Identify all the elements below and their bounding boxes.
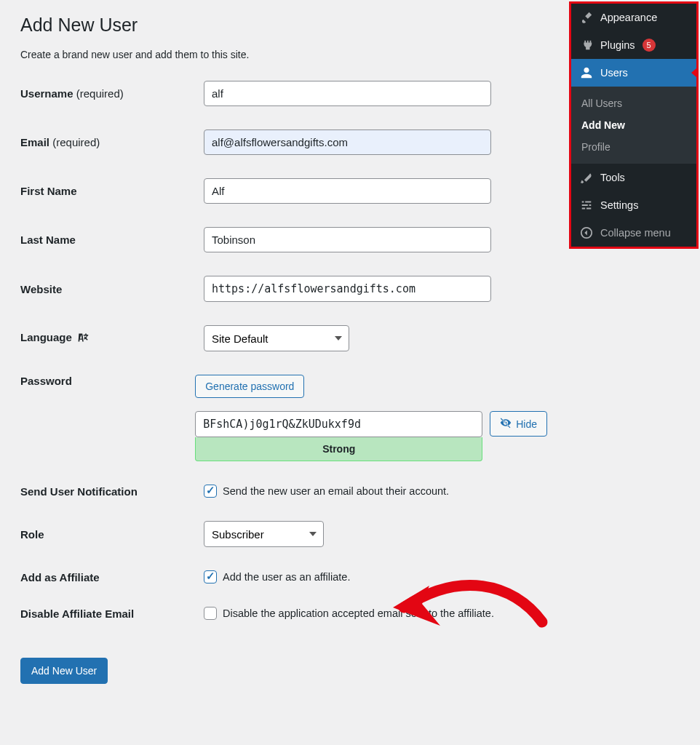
sidebar-item-plugins[interactable]: Plugins 5 — [571, 31, 696, 59]
brush-icon — [580, 11, 593, 24]
username-input[interactable] — [204, 81, 491, 106]
sidebar-item-settings[interactable]: Settings — [571, 191, 696, 219]
last-name-input[interactable] — [204, 227, 491, 252]
email-label: Email (required) — [20, 136, 204, 148]
plugins-badge: 5 — [643, 39, 656, 52]
last-name-label: Last Name — [20, 234, 204, 246]
page-title: Add New User — [20, 15, 547, 36]
affiliate-checkbox[interactable] — [204, 570, 217, 583]
sidebar-item-appearance[interactable]: Appearance — [571, 4, 696, 31]
notification-label: Send User Notification — [20, 485, 204, 498]
eye-slash-icon — [500, 417, 512, 431]
users-submenu: All Users Add New Profile — [571, 87, 696, 164]
sliders-icon — [580, 199, 593, 212]
admin-sidebar: Appearance Plugins 5 Users All Users Add… — [569, 1, 699, 249]
email-input[interactable] — [204, 130, 491, 155]
wrench-icon — [580, 171, 593, 184]
disable-email-label: Disable Affiliate Email — [20, 607, 204, 620]
notification-checkbox[interactable] — [204, 485, 217, 498]
password-strength: Strong — [195, 437, 482, 461]
sidebar-item-tools[interactable]: Tools — [571, 164, 696, 191]
affiliate-label: Add as Affiliate — [20, 571, 204, 583]
translate-icon — [77, 332, 89, 346]
language-label: Language — [20, 331, 204, 346]
username-label: Username (required) — [20, 87, 204, 100]
website-input[interactable] — [204, 276, 491, 302]
website-label: Website — [20, 283, 204, 295]
disable-email-checkbox[interactable] — [204, 607, 217, 620]
password-label: Password — [20, 375, 195, 387]
submenu-profile[interactable]: Profile — [571, 136, 696, 158]
user-icon — [580, 66, 593, 79]
hide-password-button[interactable]: Hide — [490, 411, 547, 437]
notification-text: Send the new user an email about their a… — [223, 485, 449, 497]
disable-email-text: Disable the application accepted email s… — [223, 607, 494, 619]
password-input[interactable] — [195, 411, 482, 437]
sidebar-item-users[interactable]: Users — [571, 59, 696, 87]
generate-password-button[interactable]: Generate password — [195, 375, 304, 398]
sidebar-collapse[interactable]: Collapse menu — [571, 219, 696, 247]
role-select[interactable]: Subscriber — [204, 521, 324, 547]
role-label: Role — [20, 528, 204, 541]
first-name-label: First Name — [20, 185, 204, 197]
page-intro: Create a brand new user and add them to … — [20, 49, 547, 60]
first-name-input[interactable] — [204, 178, 491, 204]
submenu-all-users[interactable]: All Users — [571, 92, 696, 114]
plug-icon — [580, 39, 593, 52]
main-content: Add New User Create a brand new user and… — [0, 0, 568, 713]
collapse-icon — [580, 226, 593, 239]
submenu-add-new[interactable]: Add New — [571, 114, 696, 136]
language-select[interactable]: Site Default — [204, 325, 349, 351]
add-new-user-button[interactable]: Add New User — [20, 658, 108, 684]
affiliate-text: Add the user as an affiliate. — [223, 571, 350, 583]
